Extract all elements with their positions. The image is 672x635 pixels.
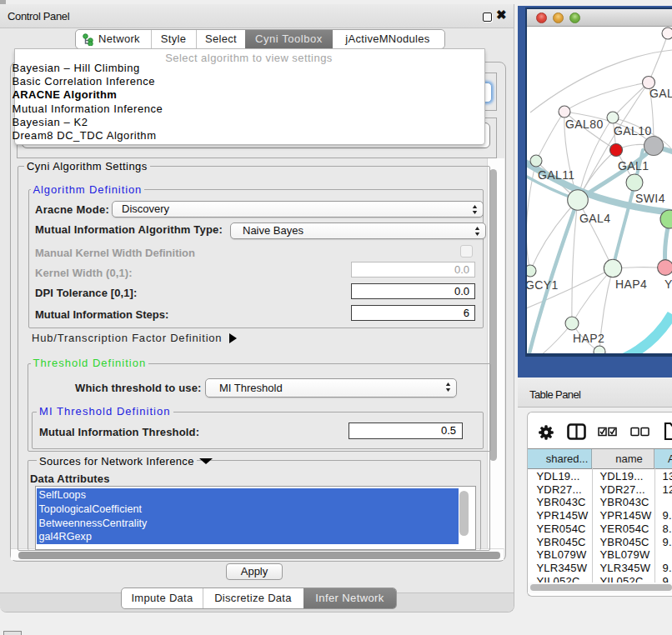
svg-text:GAL10: GAL10 [614, 124, 652, 138]
svg-text:GAL11: GAL11 [538, 168, 575, 182]
svg-text:HAP4: HAP4 [615, 278, 647, 291]
svg-text:Y: Y [664, 278, 672, 291]
svg-text:GCY1: GCY1 [527, 278, 559, 292]
svg-text:GAL1: GAL1 [618, 159, 649, 172]
svg-text:HAP2: HAP2 [573, 332, 604, 345]
svg-text:GAL4: GAL4 [579, 212, 610, 225]
svg-text:SWI4: SWI4 [635, 192, 665, 205]
svg-text:GAL: GAL [649, 87, 672, 100]
svg-text:GAL80: GAL80 [565, 118, 604, 131]
